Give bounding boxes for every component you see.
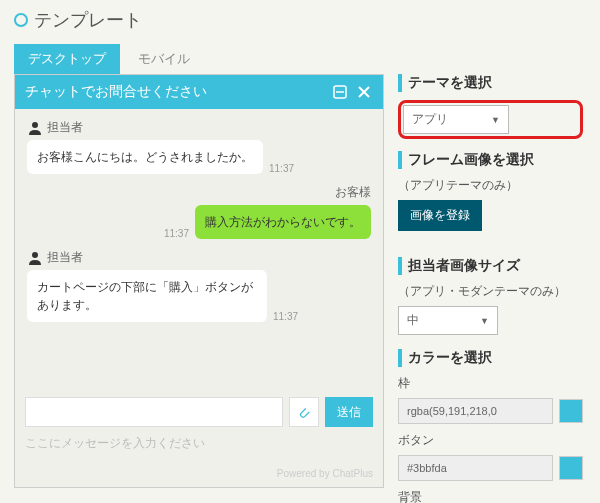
button-color-swatch[interactable] <box>559 456 583 480</box>
size-head: 担当者画像サイズ <box>398 257 583 275</box>
theme-head: テーマを選択 <box>398 74 583 92</box>
chevron-down-icon: ▼ <box>480 316 489 326</box>
frame-sub: （アプリテーマのみ） <box>398 177 583 194</box>
person-icon <box>27 120 43 136</box>
page-title-text: テンプレート <box>34 8 142 32</box>
chevron-down-icon: ▼ <box>491 115 500 125</box>
chat-header: チャットでお問合せください <box>15 75 383 109</box>
device-tabs: デスクトップ モバイル <box>14 44 586 74</box>
person-icon <box>27 250 43 266</box>
message-time: 11:37 <box>164 228 189 239</box>
tab-mobile[interactable]: モバイル <box>124 44 204 74</box>
agent-label: 担当者 <box>47 249 83 266</box>
theme-value: アプリ <box>412 111 448 128</box>
input-placeholder: ここにメッセージを入力ください <box>25 431 373 456</box>
tab-desktop[interactable]: デスクトップ <box>14 44 120 74</box>
size-value: 中 <box>407 312 419 329</box>
chat-header-title: チャットでお問合せください <box>25 83 325 101</box>
agent-author: 担当者 <box>27 119 371 136</box>
chat-window: チャットでお問合せください 担当者 <box>14 74 384 488</box>
agent-message: お客様こんにちは。どうされましたか。 <box>27 140 263 174</box>
page-title: テンプレート <box>14 8 586 32</box>
frame-head: フレーム画像を選択 <box>398 151 583 169</box>
frame-color-input[interactable]: rgba(59,191,218,0 <box>398 398 553 424</box>
customer-label: お客様 <box>27 184 371 201</box>
theme-select-highlight: アプリ ▼ <box>398 100 583 139</box>
svg-point-5 <box>32 252 38 258</box>
svg-point-4 <box>32 122 38 128</box>
minimize-icon[interactable] <box>331 85 349 99</box>
chat-body: 担当者 お客様こんにちは。どうされましたか。 11:37 お客様 11:37 購… <box>15 109 383 389</box>
customer-message: 購入方法がわからないです。 <box>195 205 371 239</box>
message-time: 11:37 <box>273 311 298 322</box>
size-select[interactable]: 中 ▼ <box>398 306 498 335</box>
agent-author: 担当者 <box>27 249 371 266</box>
frame-color-label: 枠 <box>398 375 583 392</box>
message-time: 11:37 <box>269 163 294 174</box>
register-image-button[interactable]: 画像を登録 <box>398 200 482 231</box>
agent-label: 担当者 <box>47 119 83 136</box>
attach-icon[interactable] <box>289 397 319 427</box>
button-color-input[interactable]: #3bbfda <box>398 455 553 481</box>
theme-select[interactable]: アプリ ▼ <box>403 105 509 134</box>
agent-message: カートページの下部に「購入」ボタンがあります。 <box>27 270 267 322</box>
close-icon[interactable] <box>355 86 373 98</box>
circle-icon <box>14 13 28 27</box>
frame-color-swatch[interactable] <box>559 399 583 423</box>
chat-input-area: 送信 ここにメッセージを入力ください <box>15 389 383 464</box>
size-sub: （アプリ・モダンテーマのみ） <box>398 283 583 300</box>
powered-by: Powered by ChatPlus <box>15 464 383 487</box>
bg-color-label: 背景 <box>398 489 583 503</box>
send-button[interactable]: 送信 <box>325 397 373 427</box>
message-input[interactable] <box>25 397 283 427</box>
color-head: カラーを選択 <box>398 349 583 367</box>
button-color-label: ボタン <box>398 432 583 449</box>
